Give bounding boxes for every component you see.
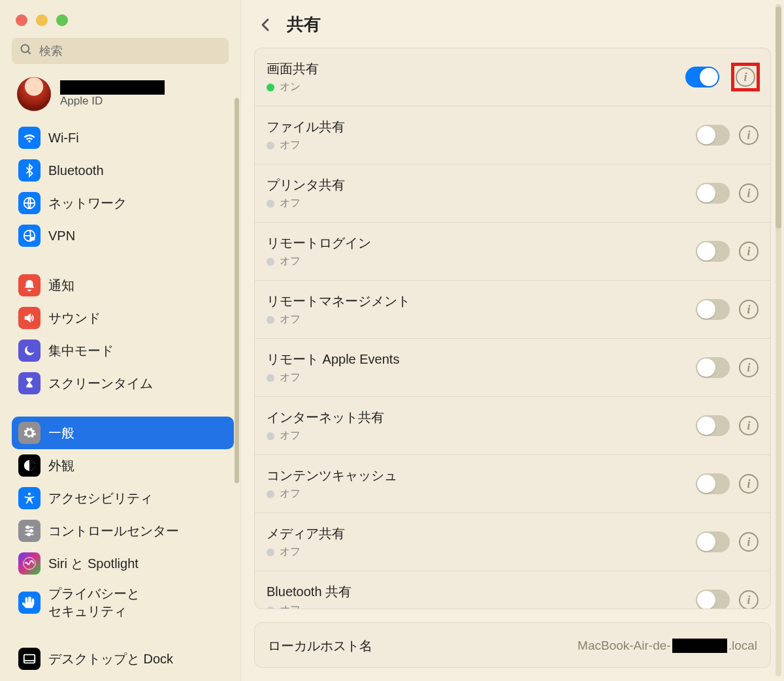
sidebar-item-bluetooth[interactable]: Bluetooth xyxy=(12,154,234,187)
svg-point-12 xyxy=(27,533,30,536)
info-button-bluetooth-sharing[interactable]: i xyxy=(739,590,759,609)
toggle-remote-login[interactable] xyxy=(696,241,730,262)
row-status: オフ xyxy=(267,429,696,443)
search-field[interactable] xyxy=(12,38,229,64)
row-status: オフ xyxy=(267,603,696,609)
toggle-remote-management[interactable] xyxy=(696,299,730,320)
row-title: リモートマネージメント xyxy=(267,293,696,310)
hostname-redacted xyxy=(672,639,727,653)
svg-point-8 xyxy=(26,526,29,529)
svg-point-10 xyxy=(30,530,33,532)
toggle-bluetooth-sharing[interactable] xyxy=(696,590,730,609)
row-title: リモート Apple Events xyxy=(267,351,696,368)
apple-id-row[interactable]: Apple ID xyxy=(12,73,234,121)
sidebar-item-sound[interactable]: サウンド xyxy=(12,302,234,334)
sidebar-scroll[interactable]: Apple ID Wi-FiBluetoothネットワークVPN通知サウンド集中… xyxy=(0,73,240,681)
status-text: オフ xyxy=(280,429,301,443)
row-title: 画面共有 xyxy=(267,60,685,78)
sidebar-item-notifications[interactable]: 通知 xyxy=(12,269,234,302)
account-sublabel: Apple ID xyxy=(60,95,165,108)
status-dot-icon xyxy=(267,84,274,91)
status-dot-icon xyxy=(267,607,274,609)
gear-icon xyxy=(18,422,41,444)
info-button-content-caching[interactable]: i xyxy=(739,474,759,494)
sidebar-item-label: 通知 xyxy=(48,277,74,294)
sidebar-item-focus[interactable]: 集中モード xyxy=(12,334,234,367)
sidebar-item-label: 集中モード xyxy=(48,342,114,360)
sidebar-item-label: スクリーンタイム xyxy=(48,375,153,392)
status-dot-icon xyxy=(267,374,274,382)
toggle-file-sharing[interactable] xyxy=(696,125,730,146)
info-button-remote-management[interactable]: i xyxy=(739,300,759,319)
siri-icon xyxy=(18,552,41,575)
status-dot-icon xyxy=(267,142,274,150)
sidebar-item-label: コントロールセンター xyxy=(48,522,179,540)
status-dot-icon xyxy=(267,200,274,208)
status-text: オフ xyxy=(280,371,301,385)
local-hostname-row[interactable]: ローカルホスト名 MacBook-Air-de-.local xyxy=(255,623,770,668)
content-pane: 共有 画面共有オンiファイル共有オフiプリンタ共有オフiリモートログインオフiリ… xyxy=(240,0,784,681)
sidebar-item-vpn[interactable]: VPN xyxy=(12,219,234,252)
status-text: オフ xyxy=(280,487,301,501)
back-button[interactable] xyxy=(257,16,275,34)
sidebar-item-accessibility[interactable]: アクセシビリティ xyxy=(12,482,234,515)
sidebar-item-desktop[interactable]: デスクトップと Dock xyxy=(12,642,234,675)
toggle-content-caching[interactable] xyxy=(696,473,730,494)
svg-point-0 xyxy=(22,45,29,53)
status-dot-icon xyxy=(267,490,274,498)
row-status: オフ xyxy=(267,313,696,326)
close-button[interactable] xyxy=(16,14,27,26)
content-scrollbar-thumb[interactable] xyxy=(776,7,781,229)
info-button-printer-sharing[interactable]: i xyxy=(739,183,759,203)
minimize-button[interactable] xyxy=(36,14,48,26)
sidebar-scrollbar[interactable] xyxy=(235,98,239,483)
status-text: オフ xyxy=(280,138,301,152)
info-button-internet-sharing[interactable]: i xyxy=(739,416,759,436)
row-status: オフ xyxy=(267,545,696,559)
sidebar-item-siri[interactable]: Siri と Spotlight xyxy=(12,547,234,580)
maximize-button[interactable] xyxy=(56,14,68,26)
row-status: オフ xyxy=(267,138,696,152)
toggle-media-sharing[interactable] xyxy=(696,531,730,552)
sidebar-item-label: 一般 xyxy=(48,424,74,442)
sharing-row-remote-login: リモートログインオフi xyxy=(255,223,770,281)
status-text: オフ xyxy=(280,545,301,559)
sidebar-item-screentime[interactable]: スクリーンタイム xyxy=(12,367,234,400)
status-text: オフ xyxy=(280,255,301,268)
toggle-printer-sharing[interactable] xyxy=(696,183,730,204)
toggle-internet-sharing[interactable] xyxy=(696,415,730,436)
moon-icon xyxy=(18,340,41,362)
info-button-screen-sharing[interactable]: i xyxy=(736,67,755,87)
status-dot-icon xyxy=(267,432,274,440)
sidebar-item-privacy[interactable]: プライバシーと セキュリティ xyxy=(12,580,234,626)
sidebar-item-wifi[interactable]: Wi-Fi xyxy=(12,121,234,154)
sidebar-item-appearance[interactable]: 外観 xyxy=(12,449,234,482)
search-input[interactable] xyxy=(39,44,221,58)
sidebar-item-label: プライバシーと セキュリティ xyxy=(48,585,140,620)
highlight-annotation: i xyxy=(731,63,760,91)
sidebar-item-general[interactable]: 一般 xyxy=(12,417,234,449)
info-button-remote-login[interactable]: i xyxy=(739,242,759,261)
info-button-media-sharing[interactable]: i xyxy=(739,532,759,552)
sharing-panel: 画面共有オンiファイル共有オフiプリンタ共有オフiリモートログインオフiリモート… xyxy=(254,48,771,609)
search-icon xyxy=(20,43,33,59)
status-text: オフ xyxy=(280,313,301,326)
bell-icon xyxy=(18,274,41,296)
toggle-remote-apple-events[interactable] xyxy=(696,357,730,378)
sidebar-item-label: Siri と Spotlight xyxy=(48,555,139,573)
toggle-screen-sharing[interactable] xyxy=(685,67,719,87)
sharing-row-screen-sharing: 画面共有オンi xyxy=(255,48,770,106)
sidebar-item-label: デスクトップと Dock xyxy=(48,650,173,668)
info-button-file-sharing[interactable]: i xyxy=(739,125,759,145)
row-status: オフ xyxy=(267,255,696,268)
content-scrollbar[interactable] xyxy=(776,4,781,676)
dock-icon xyxy=(18,648,41,670)
contrast-icon xyxy=(18,454,41,477)
sidebar-item-network[interactable]: ネットワーク xyxy=(12,187,234,219)
info-button-remote-apple-events[interactable]: i xyxy=(739,358,759,377)
sidebar-item-label: アクセシビリティ xyxy=(48,490,153,507)
avatar xyxy=(17,77,51,111)
globe-icon xyxy=(18,192,41,214)
bluetooth-icon xyxy=(18,159,41,182)
sidebar-item-control-center[interactable]: コントロールセンター xyxy=(12,515,234,547)
